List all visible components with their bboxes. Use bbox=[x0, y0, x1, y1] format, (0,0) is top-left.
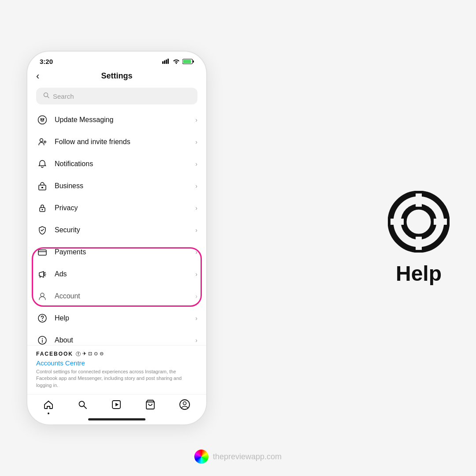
about-icon bbox=[36, 335, 48, 345]
nav-profile-icon[interactable] bbox=[179, 399, 190, 413]
svg-point-24 bbox=[41, 293, 44, 297]
page-container: 3:20 ‹ Settings bbox=[0, 0, 476, 476]
settings-item-business[interactable]: Business › bbox=[27, 175, 206, 197]
phone-header: ‹ Settings bbox=[27, 68, 206, 86]
fb-icon: ⓕ bbox=[76, 351, 81, 357]
chevron-icon: › bbox=[195, 315, 197, 322]
chevron-icon: › bbox=[195, 160, 197, 167]
svg-point-11 bbox=[40, 139, 43, 142]
settings-item-update-messaging[interactable]: Update Messaging › bbox=[27, 109, 206, 131]
home-bar bbox=[88, 418, 145, 420]
chevron-icon: › bbox=[195, 293, 197, 300]
status-time: 3:20 bbox=[40, 58, 53, 65]
chevron-icon: › bbox=[195, 227, 197, 234]
facebook-header: FACEBOOK ⓕ ✈ ⊡ ⊙ ⊝ bbox=[36, 351, 197, 357]
social-icons: ⓕ ✈ ⊡ ⊙ ⊝ bbox=[76, 351, 104, 357]
svg-marker-33 bbox=[115, 403, 119, 406]
help-text-label: Help bbox=[396, 261, 442, 286]
chevron-icon: › bbox=[195, 138, 197, 145]
svg-rect-15 bbox=[41, 187, 43, 188]
account-icon bbox=[36, 291, 48, 301]
wa-icon: ⊙ bbox=[94, 351, 98, 357]
nav-home-icon[interactable] bbox=[43, 399, 54, 413]
settings-item-notifications[interactable]: Notifications › bbox=[27, 153, 206, 175]
notifications-icon bbox=[36, 159, 48, 169]
svg-rect-18 bbox=[38, 250, 46, 255]
svg-point-28 bbox=[42, 338, 43, 339]
battery-icon bbox=[182, 59, 194, 64]
home-indicator bbox=[27, 416, 206, 424]
svg-rect-6 bbox=[183, 60, 191, 63]
phone-mockup: 3:20 ‹ Settings bbox=[26, 51, 207, 425]
settings-item-ads[interactable]: Ads › bbox=[27, 263, 206, 285]
search-icon bbox=[43, 92, 49, 100]
facebook-section: FACEBOOK ⓕ ✈ ⊡ ⊙ ⊝ Accounts Centre Contr… bbox=[27, 345, 206, 394]
settings-item-about[interactable]: About › bbox=[27, 329, 206, 345]
settings-item-privacy[interactable]: Privacy › bbox=[27, 197, 206, 219]
chevron-icon: › bbox=[195, 271, 197, 278]
payments-label: Payments bbox=[55, 248, 195, 256]
security-label: Security bbox=[55, 226, 195, 234]
help-label: Help bbox=[55, 314, 195, 322]
update-messaging-icon bbox=[36, 115, 48, 125]
security-icon bbox=[36, 225, 48, 235]
nav-search-icon[interactable] bbox=[77, 399, 88, 413]
watermark: thepreviewapp.com bbox=[194, 450, 282, 464]
search-placeholder: Search bbox=[53, 93, 74, 100]
svg-point-26 bbox=[42, 320, 43, 321]
svg-rect-5 bbox=[193, 60, 194, 63]
business-icon bbox=[36, 181, 48, 191]
payments-icon bbox=[36, 247, 48, 257]
privacy-icon bbox=[36, 203, 48, 213]
settings-item-follow-invite[interactable]: Follow and invite friends › bbox=[27, 131, 206, 153]
business-label: Business bbox=[55, 182, 195, 190]
ads-icon bbox=[36, 269, 48, 279]
svg-point-36 bbox=[183, 402, 186, 405]
status-icons bbox=[162, 58, 194, 65]
account-label: Account bbox=[55, 292, 195, 300]
chevron-icon: › bbox=[195, 249, 197, 256]
signal-icon bbox=[162, 58, 170, 65]
accounts-centre-link[interactable]: Accounts Centre bbox=[36, 359, 197, 367]
svg-line-8 bbox=[48, 97, 49, 98]
ig-icon: ⊡ bbox=[88, 351, 92, 357]
chevron-icon: › bbox=[195, 337, 197, 344]
svg-point-38 bbox=[404, 207, 434, 237]
watermark-text: thepreviewapp.com bbox=[213, 452, 282, 461]
nav-reels-icon[interactable] bbox=[111, 399, 122, 413]
nav-shop-icon[interactable] bbox=[145, 399, 156, 413]
right-panel: Help bbox=[388, 191, 450, 286]
facebook-brand: FACEBOOK bbox=[36, 351, 73, 357]
svg-rect-2 bbox=[166, 60, 167, 64]
follow-invite-icon bbox=[36, 137, 48, 147]
msg-icon: ⊝ bbox=[100, 351, 104, 357]
ads-label: Ads bbox=[55, 270, 195, 278]
svg-point-17 bbox=[42, 209, 43, 210]
notifications-label: Notifications bbox=[55, 160, 195, 168]
svg-rect-0 bbox=[162, 61, 164, 64]
privacy-label: Privacy bbox=[55, 204, 195, 212]
settings-item-payments[interactable]: Payments › bbox=[27, 241, 206, 263]
back-button[interactable]: ‹ bbox=[36, 71, 39, 82]
settings-list: Update Messaging › Follow and invite fri… bbox=[27, 109, 206, 345]
svg-line-31 bbox=[84, 406, 86, 409]
search-bar[interactable]: Search bbox=[36, 88, 197, 104]
follow-invite-label: Follow and invite friends bbox=[55, 138, 195, 146]
settings-item-account[interactable]: Account › bbox=[27, 285, 206, 307]
search-container: Search bbox=[27, 86, 206, 109]
help-lifesaver-icon bbox=[388, 191, 450, 253]
fb2-icon: ✈ bbox=[82, 351, 86, 357]
about-label: About bbox=[55, 336, 195, 344]
watermark-logo bbox=[194, 450, 208, 464]
update-messaging-label: Update Messaging bbox=[55, 116, 195, 124]
facebook-description: Control settings for connected experienc… bbox=[36, 368, 197, 389]
svg-rect-1 bbox=[164, 60, 165, 64]
wifi-icon bbox=[173, 58, 180, 65]
bottom-nav bbox=[27, 394, 206, 416]
chevron-icon: › bbox=[195, 205, 197, 212]
settings-item-help[interactable]: Help › bbox=[27, 307, 206, 329]
svg-rect-3 bbox=[167, 59, 169, 64]
header-title: Settings bbox=[101, 71, 132, 81]
settings-item-security[interactable]: Security › bbox=[27, 219, 206, 241]
chevron-icon: › bbox=[195, 182, 197, 190]
